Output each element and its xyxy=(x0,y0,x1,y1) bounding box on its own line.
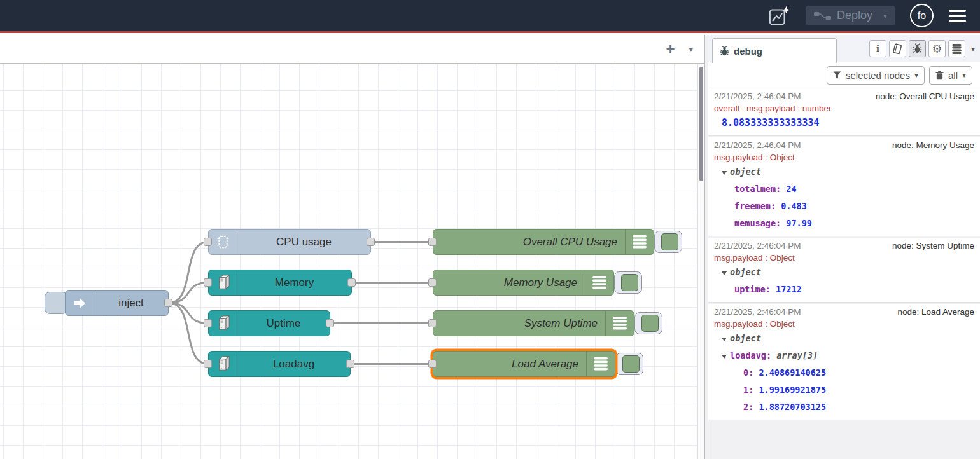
node-label: Memory Usage xyxy=(433,270,585,295)
array-type: array[3] xyxy=(776,350,818,360)
node-label: inject xyxy=(94,291,168,315)
info-icon: i xyxy=(876,43,879,55)
port-in-debug-memory-usage[interactable] xyxy=(428,278,437,287)
port-in-uptime[interactable] xyxy=(204,319,212,327)
sidebar-menu-chevron-down-icon[interactable]: ▾ xyxy=(971,45,975,53)
object-entry: freemem: 0.483 xyxy=(714,198,974,215)
flow-list-chevron-down-icon[interactable]: ▾ xyxy=(689,45,693,54)
deploy-label: Deploy xyxy=(837,9,872,22)
deploy-nodes-icon xyxy=(814,11,831,21)
main-menu-icon[interactable] xyxy=(949,10,966,22)
collapse-caret[interactable] xyxy=(722,171,727,175)
message-source-node: node: Load Average xyxy=(897,306,974,318)
message-property: overall : msg.payload : number xyxy=(714,102,974,114)
port-in-debug-load-average[interactable] xyxy=(428,360,437,368)
collapse-caret[interactable] xyxy=(722,271,727,275)
debug-message-list: 2/21/2025, 2:46:04 PM node: Overall CPU … xyxy=(708,88,980,459)
message-value: 8.083333333333334 xyxy=(714,114,974,132)
node-debug-load-average[interactable]: Load Average xyxy=(433,351,615,377)
port-in-memory[interactable] xyxy=(204,278,212,287)
help-tab-button[interactable] xyxy=(889,40,906,57)
wire-inject-uptime[interactable] xyxy=(169,303,208,324)
inject-arrow-icon xyxy=(66,291,94,315)
deploy-chevron-down-icon[interactable]: ▾ xyxy=(883,11,887,20)
avatar-initials: fo xyxy=(918,10,926,22)
wire-inject-memory[interactable] xyxy=(169,283,208,303)
debug-tab-button[interactable] xyxy=(909,40,926,57)
node-debug-memory-usage[interactable]: Memory Usage xyxy=(433,270,614,296)
clear-chevron-down-icon: ▾ xyxy=(962,71,966,79)
node-debug-overall-cpu[interactable]: Overall CPU Usage xyxy=(433,229,654,255)
header-bar: Deploy ▾ fo xyxy=(0,0,980,33)
object-entry: memusage: 97.99 xyxy=(714,215,974,232)
clear-messages-button[interactable]: all ▾ xyxy=(929,66,972,85)
deploy-button[interactable]: Deploy ▾ xyxy=(806,6,895,25)
info-tab-button[interactable]: i xyxy=(869,40,886,57)
node-memory[interactable]: Memory xyxy=(208,270,352,296)
collapse-caret[interactable] xyxy=(722,338,727,341)
node-loadavg[interactable]: Loadavg xyxy=(208,351,351,377)
debug-message: 2/21/2025, 2:46:04 PM node: Overall CPU … xyxy=(708,88,980,136)
port-in-debug-system-uptime[interactable] xyxy=(428,319,437,327)
message-source-node: node: System Uptime xyxy=(892,240,974,252)
object-entry: totalmem: 24 xyxy=(714,181,974,198)
debug-toggle-overall-cpu[interactable] xyxy=(654,231,682,253)
scrollbar-thumb[interactable] xyxy=(699,67,703,181)
flow-chart-sparkle-icon xyxy=(768,4,791,27)
debug-message: 2/21/2025, 2:46:04 PM node: Memory Usage… xyxy=(708,137,980,236)
database-icon xyxy=(951,43,962,55)
context-tab-button[interactable] xyxy=(948,40,965,57)
message-timestamp: 2/21/2025, 2:46:04 PM xyxy=(714,90,801,102)
node-uptime[interactable]: Uptime xyxy=(208,310,330,336)
collapse-caret[interactable] xyxy=(722,355,727,359)
object-label: object xyxy=(730,267,761,277)
object-label: object xyxy=(730,167,761,177)
add-flow-button[interactable]: + xyxy=(666,43,675,55)
node-label: System Uptime xyxy=(433,311,605,336)
debug-toolbar: selected nodes ▾ all ▾ xyxy=(708,62,980,88)
message-timestamp: 2/21/2025, 2:46:04 PM xyxy=(714,306,801,318)
bug-icon xyxy=(912,43,923,54)
debug-toggle-load-average[interactable] xyxy=(615,353,643,375)
funnel-icon xyxy=(833,71,841,79)
message-source-node: node: Memory Usage xyxy=(892,139,974,151)
node-label: Loadavg xyxy=(237,352,350,376)
filter-chevron-down-icon: ▾ xyxy=(914,71,918,79)
message-source-node: node: Overall CPU Usage xyxy=(876,90,974,102)
filter-label: selected nodes xyxy=(846,70,910,81)
port-out-memory[interactable] xyxy=(347,278,356,287)
node-inject[interactable]: inject xyxy=(65,290,169,316)
user-avatar[interactable]: fo xyxy=(910,4,934,27)
debug-toggle-system-uptime[interactable] xyxy=(634,312,662,334)
export-flow-icon[interactable] xyxy=(768,4,791,27)
node-label: CPU usage xyxy=(237,230,370,254)
port-out-inject[interactable] xyxy=(164,299,172,307)
message-timestamp: 2/21/2025, 2:46:04 PM xyxy=(714,139,801,151)
book-icon xyxy=(892,43,903,55)
filter-nodes-button[interactable]: selected nodes ▾ xyxy=(827,66,925,85)
port-out-cpu[interactable] xyxy=(367,238,375,246)
debug-toggle-memory-usage[interactable] xyxy=(614,271,642,294)
config-tab-button[interactable]: ⚙ xyxy=(928,40,946,57)
tab-debug-label: debug xyxy=(734,46,762,57)
node-label: Overall CPU Usage xyxy=(433,230,625,254)
bug-icon xyxy=(719,46,730,57)
debug-message: 2/21/2025, 2:46:04 PM node: System Uptim… xyxy=(708,238,980,303)
port-out-uptime[interactable] xyxy=(326,319,334,327)
inject-trigger-button[interactable] xyxy=(45,292,67,314)
canvas-vertical-scrollbar[interactable] xyxy=(697,64,704,459)
flow-canvas[interactable]: inject CPU usage Memo xyxy=(0,64,697,459)
message-property: msg.payload : Object xyxy=(714,151,974,163)
port-in-debug-overall-cpu[interactable] xyxy=(428,238,437,246)
array-entry: 2: 1.88720703125 xyxy=(714,399,974,416)
cpu-chip-icon xyxy=(209,230,237,254)
node-cpu-usage[interactable]: CPU usage xyxy=(208,229,371,255)
array-key: loadavg: xyxy=(730,350,771,360)
node-debug-system-uptime[interactable]: System Uptime xyxy=(433,310,634,336)
message-property: msg.payload : Object xyxy=(714,252,974,264)
port-in-cpu[interactable] xyxy=(204,238,212,246)
array-entry: 1: 1.99169921875 xyxy=(714,381,974,399)
port-in-loadavg[interactable] xyxy=(204,360,212,368)
port-out-loadavg[interactable] xyxy=(346,360,354,368)
tab-debug[interactable]: debug xyxy=(712,38,837,63)
